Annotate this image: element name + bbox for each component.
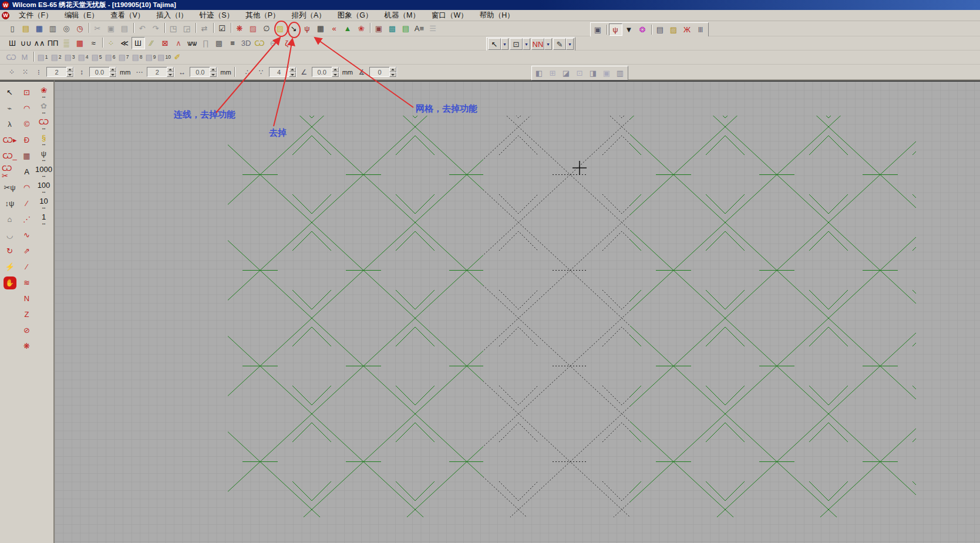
spinner[interactable] — [289, 67, 296, 77]
spinner[interactable] — [389, 67, 396, 77]
repeat-machine-icon[interactable]: M — [18, 51, 32, 63]
cut-needle-tool[interactable]: ✂ψ — [2, 180, 18, 195]
contour-lines-icon[interactable]: ≡ — [226, 37, 240, 49]
sequence-stamp-3-icon[interactable]: ◪ — [560, 67, 573, 79]
thread-flowers-icon[interactable]: ❀ — [355, 22, 368, 35]
repeat-copy-icon[interactable]: Ѡ — [5, 51, 18, 63]
design-properties-icon[interactable]: ◷ — [73, 22, 87, 35]
menu-edit[interactable]: 编辑（E） — [59, 11, 105, 21]
menu-help[interactable]: 帮助（H） — [474, 11, 520, 21]
menu-insert[interactable]: 插入（I） — [150, 11, 193, 21]
dropdown-arrow-icon[interactable]: ▼ — [501, 38, 508, 50]
select-arrow-tool[interactable]: ↖ — [2, 85, 18, 100]
menu-window[interactable]: 窗口（W） — [426, 11, 474, 21]
menu-stitch[interactable]: 针迹（S） — [194, 11, 240, 21]
width-10-tool[interactable]: 10↔ — [36, 196, 52, 211]
machine-head-6-icon[interactable]: ▤6 — [103, 51, 117, 63]
canvas-drawing[interactable] — [55, 82, 980, 543]
color-change-icon[interactable]: ✐ — [171, 51, 184, 63]
numeric-field[interactable]: 2 — [46, 67, 74, 77]
menu-file[interactable]: 文件（F） — [13, 11, 59, 21]
spinner[interactable] — [66, 67, 73, 77]
sequence-stamp-4-icon[interactable]: ⊡ — [573, 67, 587, 79]
needle-point-toggle-icon[interactable]: ψ — [301, 22, 314, 35]
travel-needle-tool[interactable]: ↕ψ — [2, 196, 18, 211]
plaid-pattern-tool[interactable]: ▦ — [19, 149, 35, 163]
machine-frame-icon[interactable]: Ж — [681, 23, 694, 36]
machine-head-7-icon[interactable]: ▤7 — [117, 51, 130, 63]
embroidery-pattern-left[interactable] — [228, 116, 483, 517]
new-document-icon[interactable]: ▯ — [6, 22, 19, 35]
numeric-field[interactable]: 0.0 — [190, 67, 217, 77]
circle-arc-tool[interactable]: © — [19, 117, 35, 131]
circles-slash-tool[interactable]: ⊘ — [19, 323, 35, 338]
pattern-stamp-icon[interactable]: ▩ — [213, 37, 226, 49]
numeric-field[interactable]: 4 — [269, 67, 297, 77]
print-icon[interactable]: ▥ — [46, 22, 60, 35]
design-worksheet-icon[interactable]: ▤ — [654, 23, 667, 36]
background-picture-icon[interactable]: ▲ — [341, 22, 355, 35]
zigzag-stitch-icon[interactable]: ∧∧ — [33, 37, 46, 49]
regenerate-icon[interactable]: ⇄ — [198, 22, 211, 35]
fan-white-tool[interactable]: ◡ — [2, 228, 18, 242]
oval-tool-icon[interactable]: ⊖ — [267, 37, 280, 49]
tatami-fill-icon[interactable]: ПП — [46, 37, 60, 49]
menu-image[interactable]: 图象（G） — [332, 11, 379, 21]
funnel-icon[interactable]: ▼ — [622, 23, 636, 36]
bead-chain-tool[interactable]: ∿ — [19, 228, 35, 242]
sequence-stamp-6-icon[interactable]: ▣ — [600, 67, 614, 79]
width-100-tool[interactable]: 100↔ — [36, 180, 52, 195]
hoop-tool[interactable]: ⌂ — [2, 212, 18, 227]
stitch-list-icon[interactable]: ☰ — [426, 22, 440, 35]
fusion-fill-icon[interactable]: ⁘ — [105, 37, 118, 49]
rotate-tool[interactable]: ↻ — [2, 244, 18, 258]
stitch-width-tool[interactable]: Ѡ↔ — [36, 117, 52, 131]
print-preview-icon[interactable]: ◎ — [60, 22, 73, 35]
numeric-field[interactable]: 0 — [369, 67, 397, 77]
machine-head-5-icon[interactable]: ▤5 — [90, 51, 103, 63]
stitch-edit-tool[interactable]: Ѡ_ — [2, 149, 18, 163]
needle-point-icon[interactable]: ψ — [609, 23, 622, 36]
spinner[interactable] — [167, 67, 174, 77]
zigzag-line-tool[interactable]: ≋ — [19, 275, 35, 290]
dropdown-arrow-icon[interactable]: ▼ — [544, 38, 552, 50]
arrows-ascend-tool[interactable]: ⇗ — [19, 244, 35, 258]
machine-head-4-icon[interactable]: ▤4 — [76, 51, 90, 63]
cross-stitch-icon[interactable]: ▦ — [73, 37, 87, 49]
radial-fill-icon[interactable]: ∕∕ — [145, 37, 159, 49]
stitch-select-tool[interactable]: Ѡ▸ — [2, 133, 18, 147]
embroidery-pattern-right[interactable] — [630, 116, 916, 517]
redo-icon[interactable]: ↷ — [149, 22, 163, 35]
width-1-tool[interactable]: 1↔ — [36, 212, 52, 227]
save-design-icon[interactable]: ▦ — [33, 22, 46, 35]
thread-break-tool[interactable]: ⚡ — [2, 259, 18, 274]
machine-head-2-icon[interactable]: ▤2 — [49, 51, 63, 63]
motif-fill-icon[interactable]: ▒ — [60, 37, 73, 49]
select-tool-combo[interactable]: ↖▼ — [488, 38, 508, 50]
stitch-cut-tool[interactable]: Ѡ✂ — [2, 164, 18, 179]
grid-toggle-icon[interactable]: ▦ — [314, 22, 328, 35]
sequence-stamp-1-icon[interactable]: ◧ — [533, 67, 546, 79]
numeric-field[interactable]: 2 — [147, 67, 174, 77]
hatch-yellow-icon[interactable]: ▨ — [274, 22, 287, 35]
color-blocks-icon[interactable]: ▤ — [399, 22, 413, 35]
outline-view-icon[interactable]: ∅ — [260, 22, 274, 35]
machine-head-8-icon[interactable]: ▤8 — [130, 51, 144, 63]
pen-input-combo[interactable]: ✎▼ — [553, 38, 574, 50]
z-shape-tool[interactable]: Z — [19, 307, 35, 322]
show-boundary-icon[interactable]: ☑ — [215, 22, 229, 35]
numeric-field[interactable]: 0.0 — [89, 67, 117, 77]
flame-tool-icon[interactable]: ζ — [280, 37, 294, 49]
reshape-object-tool[interactable]: ⊡ — [19, 85, 35, 100]
group-icon[interactable]: ◳ — [167, 22, 180, 35]
spinner[interactable] — [332, 67, 339, 77]
dropdown-arrow-icon[interactable]: ▼ — [566, 38, 574, 50]
sequence-stamp-5-icon[interactable]: ◨ — [587, 67, 600, 79]
wave-fill-icon[interactable]: ≈ — [87, 37, 100, 49]
line-nodes-tool[interactable]: ∕ — [19, 196, 35, 211]
reshape-dome-tool[interactable]: ◠ — [19, 101, 35, 116]
n-shape-tool[interactable]: N — [19, 291, 35, 306]
applique-icon[interactable]: ⊠ — [159, 37, 172, 49]
machine-head-3-icon[interactable]: ▤3 — [63, 51, 76, 63]
stitch-pair-icon[interactable]: « — [328, 22, 341, 35]
